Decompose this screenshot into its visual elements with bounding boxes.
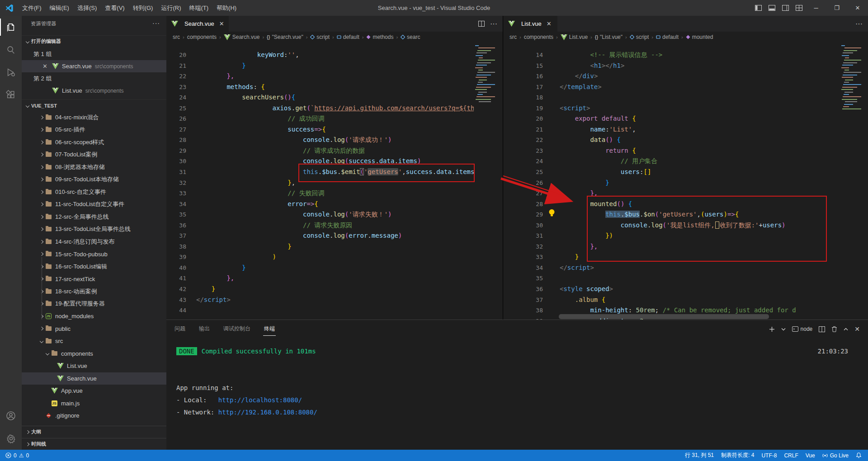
new-terminal-icon[interactable] <box>769 326 775 332</box>
menu-g[interactable]: 转到(G) <box>129 0 157 16</box>
terminal-link[interactable]: http://localhost:8080/ <box>218 396 302 404</box>
menu-r[interactable]: 运行(R) <box>157 0 185 16</box>
code-line-22[interactable]: 22 }, <box>166 71 474 82</box>
go-live-button[interactable]: Go Live <box>822 452 849 459</box>
toggle-sidebar-icon[interactable] <box>751 0 765 16</box>
tree-item-18-src-[interactable]: 18-src-动画案例 <box>22 285 166 298</box>
tree-item-11-src-todolist[interactable]: 11-src-TodoList自定义事件 <box>22 198 166 211</box>
tree-item-.gitignore[interactable]: .gitignore <box>22 409 166 422</box>
minimize-button[interactable]: ─ <box>806 0 826 16</box>
tree-item-main.js[interactable]: JSmain.js <box>22 397 166 410</box>
code-line-30[interactable]: 30 console.log('我是list组件,收到了数据:'+users) <box>503 220 838 231</box>
code-line-15[interactable]: 15 <h1></h1> <box>503 61 838 71</box>
tree-item-010-src-[interactable]: 010-src-自定义事件 <box>22 186 166 198</box>
tab-list-vue[interactable]: List.vue ✕ <box>503 16 557 32</box>
close-panel-icon[interactable]: ✕ <box>854 325 860 333</box>
tree-item-search.vue[interactable]: Search.vue <box>22 372 166 385</box>
files-icon[interactable] <box>0 16 22 38</box>
breadcrumb[interactable]: src›components›List.vue›{}"List.vue"›scr… <box>503 32 868 42</box>
code-line-34[interactable]: 34 error=>{ <box>166 199 474 210</box>
breadcrumb-item[interactable]: {}"List.vue" <box>595 34 623 40</box>
panel-tab-调试控制台[interactable]: 调试控制台 <box>222 322 251 336</box>
code-line-37[interactable]: 37 console.log(error.message) <box>166 230 474 241</box>
tab-search-vue[interactable]: Search.vue ✕ <box>166 16 229 32</box>
code-line-32[interactable]: 32 }, <box>166 178 474 188</box>
code-line-31[interactable]: 31 }) <box>503 230 838 241</box>
more-actions-icon[interactable]: ··· <box>855 20 863 28</box>
tree-item-17-src-nexttick[interactable]: 17-src-nextTick <box>22 273 166 286</box>
split-terminal-icon[interactable] <box>819 326 825 332</box>
tree-item-13-src-todolist[interactable]: 13-src-TodoList全局事件总线 <box>22 223 166 236</box>
breadcrumb-item[interactable]: src <box>509 34 517 40</box>
code-line-23[interactable]: 23 return { <box>503 146 838 156</box>
code-line-27[interactable]: 27 }, <box>503 188 838 199</box>
breadcrumb-item[interactable]: mounted <box>686 34 713 40</box>
timeline-header[interactable]: 时间线 <box>22 438 166 450</box>
breadcrumb-item[interactable]: methods <box>366 34 393 40</box>
code-line-28[interactable]: 28 console.log('请求成功！') <box>166 135 474 146</box>
language-mode[interactable]: Vue <box>806 452 815 459</box>
horizontal-scrollbar[interactable] <box>559 314 769 319</box>
terminal-link[interactable]: http://192.168.0.108:8080/ <box>218 409 317 416</box>
code-line-25[interactable]: 25 users:[] <box>503 167 838 178</box>
breadcrumb-item[interactable]: Search.vue <box>224 34 260 40</box>
tree-item-16-src-todolist[interactable]: 16-src-TodoList编辑 <box>22 260 166 273</box>
open-editor-item-search-vue[interactable]: ✕Search.vuesrc\components <box>22 60 166 72</box>
more-actions-icon[interactable]: ··· <box>490 20 497 28</box>
open-editor-item-list-vue[interactable]: List.vuesrc\components <box>22 85 166 97</box>
tree-item-list.vue[interactable]: List.vue <box>22 360 166 372</box>
tree-item-node_modules[interactable]: JSnode_modules <box>22 310 166 323</box>
breadcrumb[interactable]: src›components›Search.vue›{}"Search.vue"… <box>166 32 503 42</box>
close-editor-icon[interactable]: ✕ <box>42 63 49 70</box>
tree-item-components[interactable]: components <box>22 348 166 360</box>
code-line-42[interactable]: 42 } <box>166 284 474 295</box>
breadcrumb-item[interactable]: default <box>337 34 359 40</box>
terminal-profile-dropdown-icon[interactable] <box>781 328 786 331</box>
tree-item-14-src-[interactable]: 14-src-消息订阅与发布 <box>22 235 166 248</box>
tree-item-19-[interactable]: 19-配置代理服务器 <box>22 298 166 310</box>
terminal-output[interactable]: DONECompiled successfully in 101ms App r… <box>166 338 868 450</box>
encoding[interactable]: UTF-8 <box>761 452 777 459</box>
menu-s[interactable]: 选择(S) <box>73 0 101 16</box>
eol-sequence[interactable]: CRLF <box>784 452 798 459</box>
code-line-30[interactable]: 30 console.log(success.data.items) <box>166 156 474 167</box>
code-line-24[interactable]: 24 // 用户集合 <box>503 156 838 167</box>
split-editor-icon[interactable] <box>478 21 485 27</box>
code-line-17[interactable]: 17</template> <box>503 82 838 93</box>
code-line-21[interactable]: 21 } <box>166 61 474 71</box>
toggle-secondary-sidebar-icon[interactable] <box>778 0 792 16</box>
minimap[interactable] <box>474 42 500 320</box>
tree-item-src[interactable]: src <box>22 335 166 348</box>
code-line-36[interactable]: 36<style scoped> <box>503 284 838 295</box>
open-editors-group-label[interactable]: 第 2 组 <box>22 72 166 85</box>
code-line-35[interactable]: 35 console.log('请求失败！') <box>166 209 474 220</box>
kill-terminal-icon[interactable] <box>831 326 837 332</box>
code-line-22[interactable]: 22 data() { <box>503 135 838 146</box>
breadcrumb-item[interactable]: {}"Search.vue" <box>267 34 303 40</box>
code-line-18[interactable]: 18 <box>503 92 838 103</box>
account-icon[interactable] <box>0 405 22 427</box>
breadcrumb-item[interactable]: script <box>630 34 649 40</box>
code-line-32[interactable]: 32 }, <box>503 241 838 252</box>
panel-tab-问题[interactable]: 问题 <box>174 322 186 336</box>
code-editor-search-vue[interactable]: 20 keyWord:'',21 }22 },23 methods: {24 s… <box>166 42 474 320</box>
breadcrumb-item[interactable]: src <box>173 34 180 40</box>
tree-item-05-src-[interactable]: 05-src-插件 <box>22 124 166 136</box>
code-line-20[interactable]: 20 keyWord:'', <box>166 50 474 61</box>
outline-header[interactable]: 大纲 <box>22 426 166 437</box>
customize-layout-icon[interactable] <box>792 0 806 16</box>
open-editors-group-label[interactable]: 第 1 组 <box>22 48 166 60</box>
code-line-43[interactable]: 43</script> <box>166 295 474 306</box>
toggle-panel-icon[interactable] <box>765 0 778 16</box>
code-line-33[interactable]: 33 // 失败回调 <box>166 188 474 199</box>
code-line-33[interactable]: 33 } <box>503 252 838 263</box>
explorer-actions-icon[interactable]: ··· <box>152 19 160 27</box>
code-line-14[interactable]: 14 <!-- 展示错误信息 --> <box>503 50 838 61</box>
cursor-position[interactable]: 行 31, 列 51 <box>685 452 714 459</box>
code-line-21[interactable]: 21 name:'List', <box>503 124 838 135</box>
code-line-31[interactable]: 31 this.$bus.$emit('getUsers',success.da… <box>166 167 474 178</box>
project-header[interactable]: VUE_TEST <box>22 99 166 111</box>
breadcrumb-item[interactable]: script <box>310 34 330 40</box>
code-line-35[interactable]: 35 <box>503 273 838 284</box>
tree-item-app.vue[interactable]: App.vue <box>22 385 166 397</box>
